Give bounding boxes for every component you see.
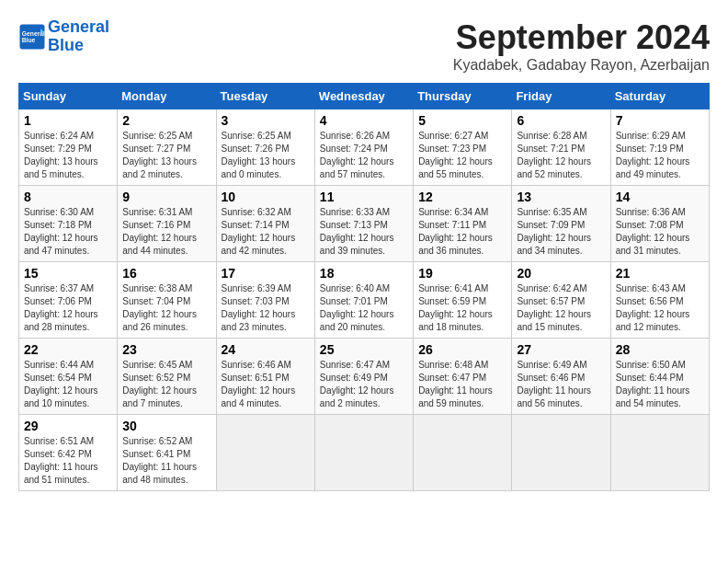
day-number: 16 xyxy=(122,266,210,281)
day-info: Sunrise: 6:45 AM Sunset: 6:52 PM Dayligh… xyxy=(122,359,210,410)
day-number: 5 xyxy=(418,113,506,128)
calendar-cell: 23 Sunrise: 6:45 AM Sunset: 6:52 PM Dayl… xyxy=(118,339,216,415)
day-info: Sunrise: 6:35 AM Sunset: 7:09 PM Dayligh… xyxy=(517,206,605,258)
logo-line1: General xyxy=(48,17,109,36)
calendar-cell xyxy=(314,415,413,491)
month-title: September 2024 xyxy=(453,18,710,57)
day-number: 3 xyxy=(222,113,310,128)
calendar-cell: 29 Sunrise: 6:51 AM Sunset: 6:42 PM Dayl… xyxy=(19,415,118,491)
day-number: 24 xyxy=(222,342,310,357)
calendar-table: SundayMondayTuesdayWednesdayThursdayFrid… xyxy=(18,83,710,491)
day-info: Sunrise: 6:27 AM Sunset: 7:23 PM Dayligh… xyxy=(418,130,506,181)
calendar-cell: 14 Sunrise: 6:36 AM Sunset: 7:08 PM Dayl… xyxy=(610,186,709,262)
weekday-header: Thursday xyxy=(414,84,512,109)
day-info: Sunrise: 6:36 AM Sunset: 7:08 PM Dayligh… xyxy=(616,206,704,258)
day-number: 6 xyxy=(517,113,605,128)
calendar-cell: 11 Sunrise: 6:33 AM Sunset: 7:13 PM Dayl… xyxy=(314,186,413,262)
day-info: Sunrise: 6:40 AM Sunset: 7:01 PM Dayligh… xyxy=(320,282,408,334)
day-info: Sunrise: 6:46 AM Sunset: 6:51 PM Dayligh… xyxy=(222,359,310,410)
calendar-cell: 27 Sunrise: 6:49 AM Sunset: 6:46 PM Dayl… xyxy=(512,339,610,415)
day-number: 19 xyxy=(418,266,506,281)
day-number: 12 xyxy=(418,190,506,204)
day-number: 10 xyxy=(222,190,310,204)
day-number: 14 xyxy=(616,190,704,204)
weekday-header: Sunday xyxy=(19,84,118,109)
weekday-header: Friday xyxy=(512,84,610,109)
day-info: Sunrise: 6:39 AM Sunset: 7:03 PM Dayligh… xyxy=(222,282,310,334)
day-info: Sunrise: 6:44 AM Sunset: 6:54 PM Dayligh… xyxy=(24,359,112,410)
calendar-cell: 19 Sunrise: 6:41 AM Sunset: 6:59 PM Dayl… xyxy=(414,262,512,339)
calendar-cell: 8 Sunrise: 6:30 AM Sunset: 7:18 PM Dayli… xyxy=(19,186,118,262)
calendar-cell: 22 Sunrise: 6:44 AM Sunset: 6:54 PM Dayl… xyxy=(19,339,118,415)
calendar-cell: 1 Sunrise: 6:24 AM Sunset: 7:29 PM Dayli… xyxy=(19,109,118,186)
calendar-cell: 3 Sunrise: 6:25 AM Sunset: 7:26 PM Dayli… xyxy=(216,109,314,186)
calendar-cell: 9 Sunrise: 6:31 AM Sunset: 7:16 PM Dayli… xyxy=(118,186,216,262)
calendar-cell: 17 Sunrise: 6:39 AM Sunset: 7:03 PM Dayl… xyxy=(216,262,314,339)
day-info: Sunrise: 6:38 AM Sunset: 7:04 PM Dayligh… xyxy=(122,282,210,334)
calendar-cell: 20 Sunrise: 6:42 AM Sunset: 6:57 PM Dayl… xyxy=(512,262,610,339)
day-number: 28 xyxy=(616,342,704,357)
day-info: Sunrise: 6:47 AM Sunset: 6:49 PM Dayligh… xyxy=(320,359,408,410)
day-info: Sunrise: 6:51 AM Sunset: 6:42 PM Dayligh… xyxy=(24,435,112,487)
day-info: Sunrise: 6:24 AM Sunset: 7:29 PM Dayligh… xyxy=(24,130,112,181)
day-number: 29 xyxy=(24,419,112,433)
day-info: Sunrise: 6:29 AM Sunset: 7:19 PM Dayligh… xyxy=(616,130,704,181)
weekday-header: Tuesday xyxy=(216,84,314,109)
day-number: 18 xyxy=(320,266,408,281)
day-info: Sunrise: 6:26 AM Sunset: 7:24 PM Dayligh… xyxy=(320,130,408,181)
calendar-cell: 28 Sunrise: 6:50 AM Sunset: 6:44 PM Dayl… xyxy=(610,339,709,415)
day-number: 7 xyxy=(616,113,704,128)
calendar-cell: 16 Sunrise: 6:38 AM Sunset: 7:04 PM Dayl… xyxy=(118,262,216,339)
calendar-cell: 24 Sunrise: 6:46 AM Sunset: 6:51 PM Dayl… xyxy=(216,339,314,415)
day-number: 11 xyxy=(320,190,408,204)
calendar-cell: 26 Sunrise: 6:48 AM Sunset: 6:47 PM Dayl… xyxy=(414,339,512,415)
day-info: Sunrise: 6:33 AM Sunset: 7:13 PM Dayligh… xyxy=(320,206,408,258)
day-number: 23 xyxy=(122,342,210,357)
day-number: 9 xyxy=(122,190,210,204)
day-info: Sunrise: 6:50 AM Sunset: 6:44 PM Dayligh… xyxy=(616,359,704,410)
logo: General Blue General Blue xyxy=(18,18,109,55)
calendar-cell xyxy=(512,415,610,491)
day-info: Sunrise: 6:32 AM Sunset: 7:14 PM Dayligh… xyxy=(222,206,310,258)
day-info: Sunrise: 6:28 AM Sunset: 7:21 PM Dayligh… xyxy=(517,130,605,181)
day-number: 26 xyxy=(418,342,506,357)
day-number: 21 xyxy=(616,266,704,281)
calendar-cell: 25 Sunrise: 6:47 AM Sunset: 6:49 PM Dayl… xyxy=(314,339,413,415)
day-number: 30 xyxy=(122,419,210,433)
day-info: Sunrise: 6:34 AM Sunset: 7:11 PM Dayligh… xyxy=(418,206,506,258)
calendar-cell: 5 Sunrise: 6:27 AM Sunset: 7:23 PM Dayli… xyxy=(414,109,512,186)
calendar-cell: 7 Sunrise: 6:29 AM Sunset: 7:19 PM Dayli… xyxy=(610,109,709,186)
day-number: 1 xyxy=(24,113,112,128)
svg-text:Blue: Blue xyxy=(22,37,36,43)
calendar-cell: 15 Sunrise: 6:37 AM Sunset: 7:06 PM Dayl… xyxy=(19,262,118,339)
day-info: Sunrise: 6:30 AM Sunset: 7:18 PM Dayligh… xyxy=(24,206,112,258)
day-info: Sunrise: 6:25 AM Sunset: 7:27 PM Dayligh… xyxy=(122,130,210,181)
calendar-cell: 2 Sunrise: 6:25 AM Sunset: 7:27 PM Dayli… xyxy=(118,109,216,186)
day-number: 22 xyxy=(24,342,112,357)
day-number: 4 xyxy=(320,113,408,128)
day-info: Sunrise: 6:25 AM Sunset: 7:26 PM Dayligh… xyxy=(222,130,310,181)
logo-icon: General Blue xyxy=(18,23,46,51)
weekday-header: Saturday xyxy=(610,84,709,109)
location-subtitle: Kyadabek, Gadabay Rayon, Azerbaijan xyxy=(453,57,710,74)
title-section: September 2024 Kyadabek, Gadabay Rayon, … xyxy=(453,18,710,74)
calendar-cell: 21 Sunrise: 6:43 AM Sunset: 6:56 PM Dayl… xyxy=(610,262,709,339)
day-info: Sunrise: 6:52 AM Sunset: 6:41 PM Dayligh… xyxy=(122,435,210,487)
day-info: Sunrise: 6:31 AM Sunset: 7:16 PM Dayligh… xyxy=(122,206,210,258)
day-info: Sunrise: 6:43 AM Sunset: 6:56 PM Dayligh… xyxy=(616,282,704,334)
calendar-cell: 4 Sunrise: 6:26 AM Sunset: 7:24 PM Dayli… xyxy=(314,109,413,186)
calendar-cell: 6 Sunrise: 6:28 AM Sunset: 7:21 PM Dayli… xyxy=(512,109,610,186)
day-number: 2 xyxy=(122,113,210,128)
day-info: Sunrise: 6:48 AM Sunset: 6:47 PM Dayligh… xyxy=(418,359,506,410)
calendar-cell: 18 Sunrise: 6:40 AM Sunset: 7:01 PM Dayl… xyxy=(314,262,413,339)
day-info: Sunrise: 6:37 AM Sunset: 7:06 PM Dayligh… xyxy=(24,282,112,334)
day-number: 8 xyxy=(24,190,112,204)
day-info: Sunrise: 6:49 AM Sunset: 6:46 PM Dayligh… xyxy=(517,359,605,410)
day-number: 20 xyxy=(517,266,605,281)
calendar-cell xyxy=(414,415,512,491)
calendar-cell xyxy=(216,415,314,491)
day-info: Sunrise: 6:42 AM Sunset: 6:57 PM Dayligh… xyxy=(517,282,605,334)
day-number: 25 xyxy=(320,342,408,357)
calendar-cell: 13 Sunrise: 6:35 AM Sunset: 7:09 PM Dayl… xyxy=(512,186,610,262)
calendar-cell: 12 Sunrise: 6:34 AM Sunset: 7:11 PM Dayl… xyxy=(414,186,512,262)
